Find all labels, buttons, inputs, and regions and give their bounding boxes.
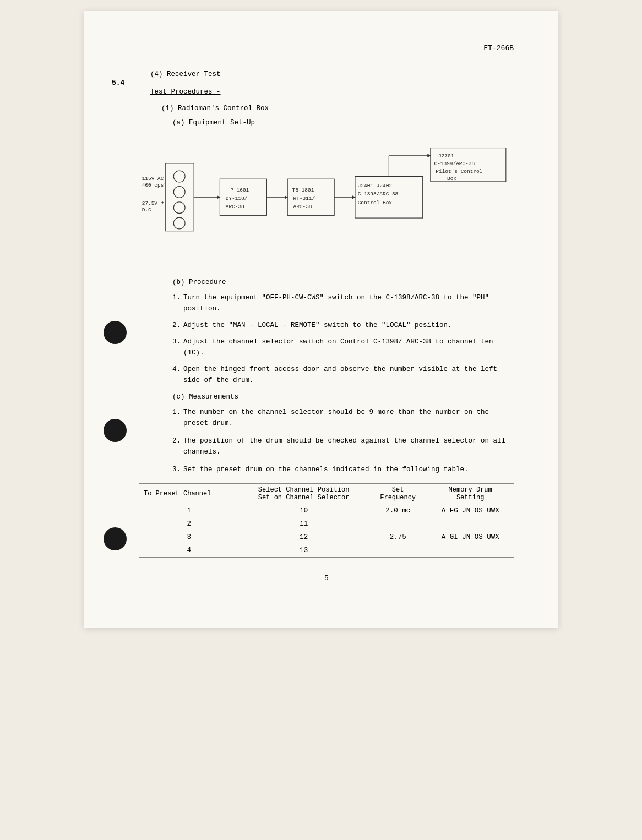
meas-item-2: 2. The position of the drum should be ch…: [183, 435, 514, 457]
row1-frequency: 2.0 mc: [369, 504, 427, 518]
svg-point-1: [173, 171, 185, 182]
svg-text:-: -: [161, 221, 164, 226]
meas-item-3: 3. Set the preset drum on the channels i…: [183, 464, 514, 475]
circle-marker-2: [104, 419, 127, 442]
row3-selector: 12: [238, 531, 369, 544]
meas-text-2: The position of the drum should be check…: [183, 437, 505, 456]
channel-table: To Preset Channel Select Channel Positio…: [139, 483, 514, 558]
svg-text:J2401  J2402: J2401 J2402: [358, 183, 392, 189]
page: ET-266B 5.4 (4) Receiver Test Test Proce…: [84, 11, 558, 628]
row1-channel: 1: [139, 504, 238, 518]
section-number: 5.4: [112, 79, 124, 87]
svg-text:ARC-38: ARC-38: [293, 204, 312, 210]
row4-selector: 13: [238, 544, 369, 558]
table-row: 4 13: [139, 544, 514, 558]
row3-drum: A GI JN OS UWX: [427, 531, 514, 544]
svg-text:ARC-38: ARC-38: [226, 204, 244, 210]
table-header-channel: To Preset Channel: [139, 484, 238, 504]
circle-marker-3: [104, 527, 127, 550]
svg-text:Pilot's Control: Pilot's Control: [436, 168, 482, 174]
table-header-drum: Memory DrumSetting: [427, 484, 514, 504]
row3-frequency: 2.75: [369, 531, 427, 544]
table-row: 3 12 2.75 A GI JN OS UWX: [139, 531, 514, 544]
row2-channel: 2: [139, 517, 238, 531]
row1-drum: A FG JN OS UWX: [427, 504, 514, 518]
svg-text:Box: Box: [447, 176, 456, 182]
svg-text:+: +: [161, 200, 164, 206]
proc-num-2: 2.: [172, 320, 181, 331]
proc-text-2: Adjust the "MAN - LOCAL - REMOTE" switch…: [183, 321, 452, 329]
svg-rect-0: [165, 163, 194, 231]
procedure-list: 1. Turn the equipment "OFF-PH-CW-CWS" sw…: [183, 292, 514, 386]
table-body: 1 10 2.0 mc A FG JN OS UWX 2 11 3 12: [139, 504, 514, 558]
svg-point-4: [173, 217, 185, 229]
row4-drum: [427, 544, 514, 558]
row3-channel: 3: [139, 531, 238, 544]
svg-text:P-1601: P-1601: [230, 187, 249, 193]
section-title: Test Procedures -: [150, 86, 514, 97]
procedure-item-1: 1. Turn the equipment "OFF-PH-CW-CWS" sw…: [183, 292, 514, 314]
circle-marker-1: [104, 321, 127, 344]
svg-text:Control Box: Control Box: [358, 200, 393, 206]
procedure-item-2: 2. Adjust the "MAN - LOCAL - REMOTE" swi…: [183, 320, 514, 331]
proc-num-1: 1.: [172, 292, 181, 303]
meas-num-3: 3.: [172, 464, 181, 475]
table-header-frequency: SetFrequency: [369, 484, 427, 504]
meas-num-1: 1.: [172, 407, 181, 418]
row2-frequency: [369, 517, 427, 531]
meas-text-3: Set the preset drum on the channels indi…: [183, 466, 469, 473]
svg-text:J2701: J2701: [438, 153, 454, 159]
row4-channel: 4: [139, 544, 238, 558]
itema-label: (a) Equipment Set-Up: [172, 117, 514, 128]
header-ref: ET-266B: [139, 44, 514, 52]
itemb-label: (b) Procedure: [172, 277, 514, 288]
proc-text-3: Adjust the channel selector switch on Co…: [183, 338, 493, 357]
svg-text:C-1399/ARC-38: C-1399/ARC-38: [434, 161, 475, 167]
item1-label: (1) Radioman's Control Box: [161, 103, 514, 114]
table-row: 1 10 2.0 mc A FG JN OS UWX: [139, 504, 514, 518]
equipment-diagram: 115V AC 400 cps 27.5V D.C. + - P-1601 DY…: [139, 139, 514, 260]
row4-frequency: [369, 544, 427, 558]
meas-item-1: 1. The number on the channel selector sh…: [183, 407, 514, 429]
svg-text:C-1398/ARC-38: C-1398/ARC-38: [358, 191, 399, 197]
row2-drum: [427, 517, 514, 531]
proc-num-3: 3.: [172, 336, 181, 347]
svg-point-2: [173, 186, 185, 198]
page-number: 5: [139, 574, 514, 582]
diagram-area: 115V AC 400 cps 27.5V D.C. + - P-1601 DY…: [139, 139, 514, 260]
table-row: 2 11: [139, 517, 514, 531]
row1-selector: 10: [238, 504, 369, 518]
svg-text:27.5V: 27.5V: [142, 200, 158, 206]
svg-text:DY-118/: DY-118/: [226, 195, 248, 201]
section-title-text: Test Procedures -: [150, 88, 221, 96]
procedure-item-4: 4. Open the hinged front access door and…: [183, 364, 514, 386]
row2-selector: 11: [238, 517, 369, 531]
proc-text-4: Open the hinged front access door and ob…: [183, 366, 497, 384]
svg-text:TB-1801: TB-1801: [292, 187, 314, 193]
svg-text:RT-311/: RT-311/: [293, 195, 315, 201]
meas-text-1: The number on the channel selector shoul…: [183, 408, 489, 427]
svg-text:115V AC: 115V AC: [142, 176, 164, 182]
svg-text:400 cps: 400 cps: [142, 182, 164, 188]
procedure-item-3: 3. Adjust the channel selector switch on…: [183, 336, 514, 358]
main-content: 5.4 (4) Receiver Test Test Procedures - …: [139, 69, 514, 582]
svg-text:D.C.: D.C.: [142, 207, 155, 213]
proc-text-1: Turn the equipment "OFF-PH-CW-CWS" switc…: [183, 294, 489, 313]
measurements-list: 1. The number on the channel selector sh…: [183, 407, 514, 475]
proc-num-4: 4.: [172, 364, 181, 375]
meas-num-2: 2.: [172, 435, 181, 446]
svg-point-3: [173, 202, 185, 214]
itemc-label: (c) Measurements: [172, 391, 514, 402]
item4-label: (4) Receiver Test: [150, 69, 514, 80]
table-header-selector: Select Channel PositionSet on Channel Se…: [238, 484, 369, 504]
